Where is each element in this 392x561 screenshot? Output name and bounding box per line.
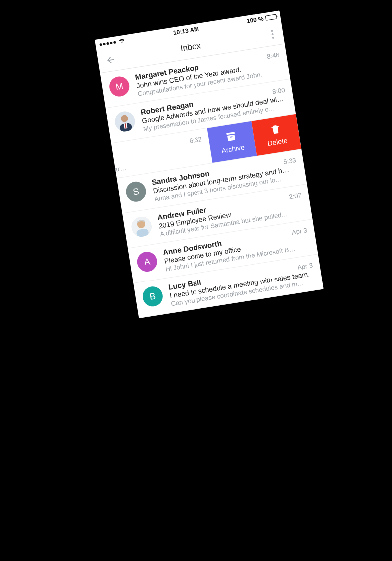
avatar-letter: A [143,256,151,268]
archive-icon [225,130,237,143]
avatar [113,110,136,133]
delete-label: Delete [267,136,288,147]
avatar-letter: M [115,81,124,92]
avatar: B [141,285,164,308]
avatar: S [125,180,148,203]
back-button[interactable] [102,51,119,68]
battery-percent: 100 % [246,15,264,25]
arrow-left-icon [105,54,116,66]
avatar [130,215,153,238]
avatar: A [136,250,159,273]
battery-icon [265,14,277,21]
trash-icon [269,123,282,136]
archive-label: Archive [221,143,245,155]
message-list[interactable]: M Margaret Peackop 8:46 John wins CEO of… [100,44,324,318]
avatar-letter: S [132,186,140,198]
delete-button[interactable]: Delete [251,114,301,156]
signal-dots-icon [99,41,116,46]
more-vertical-icon [271,29,274,38]
archive-button[interactable]: Archive [207,121,257,163]
avatar-letter: B [149,291,156,302]
overflow-menu-button[interactable] [264,25,281,42]
avatar-photo-icon [130,215,153,238]
phone-frame: 10:13 AM 100 % Inbox M [95,10,324,318]
avatar-photo-icon [113,110,136,133]
avatar: M [108,75,131,98]
